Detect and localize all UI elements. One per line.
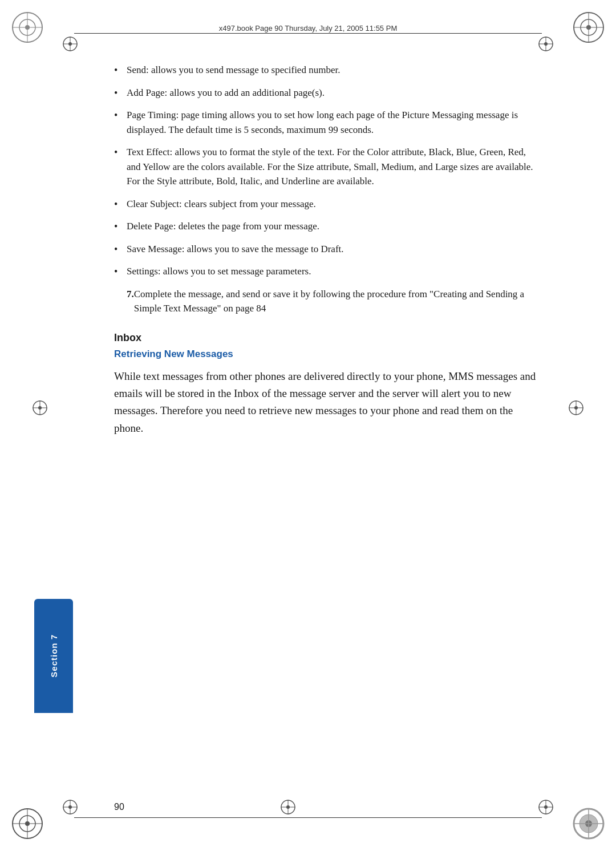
footer-bar xyxy=(74,817,542,818)
sub-heading-blue: Retrieving New Messages xyxy=(114,348,542,360)
page-number: 90 xyxy=(114,802,124,812)
content-area: Send: allows you to send message to spec… xyxy=(114,46,542,805)
corner-mark-tl xyxy=(10,10,44,44)
numbered-item-7: 7. Complete the message, and send or sav… xyxy=(114,287,542,316)
list-item-page-timing: Page Timing: page timing allows you to s… xyxy=(114,108,542,137)
header-bar xyxy=(74,33,542,34)
page-container: x497.book Page 90 Thursday, July 21, 200… xyxy=(0,0,616,851)
list-item-text-effect: Text Effect: allows you to format the st… xyxy=(114,145,542,189)
corner-mark-br xyxy=(572,807,606,841)
list-item-delete-page: Delete Page: deletes the page from your … xyxy=(114,219,542,234)
cross-mark-bl xyxy=(62,799,79,816)
bullet-list: Send: allows you to send message to spec… xyxy=(114,63,542,279)
inbox-body-paragraph: While text messages from other phones ar… xyxy=(114,368,542,437)
list-item-clear-subject: Clear Subject: clears subject from your … xyxy=(114,197,542,212)
corner-mark-tr xyxy=(572,10,606,44)
cross-mark-ml xyxy=(31,399,48,416)
list-item-send: Send: allows you to send message to spec… xyxy=(114,63,542,78)
list-item-add-page: Add Page: allows you to add an additiona… xyxy=(114,86,542,100)
cross-mark-mr xyxy=(568,399,585,416)
item-number: 7. xyxy=(114,287,134,316)
header-text: x497.book Page 90 Thursday, July 21, 200… xyxy=(0,24,616,33)
cross-mark-tl xyxy=(62,35,79,52)
list-item-save-message: Save Message: allows you to save the mes… xyxy=(114,242,542,257)
section-tab-label: Section 7 xyxy=(49,634,59,678)
corner-mark-bl xyxy=(10,807,44,841)
item-text: Complete the message, and send or save i… xyxy=(134,287,542,316)
inbox-heading: Inbox xyxy=(114,332,542,344)
section-tab: Section 7 xyxy=(34,599,73,713)
list-item-settings: Settings: allows you to set message para… xyxy=(114,264,542,279)
